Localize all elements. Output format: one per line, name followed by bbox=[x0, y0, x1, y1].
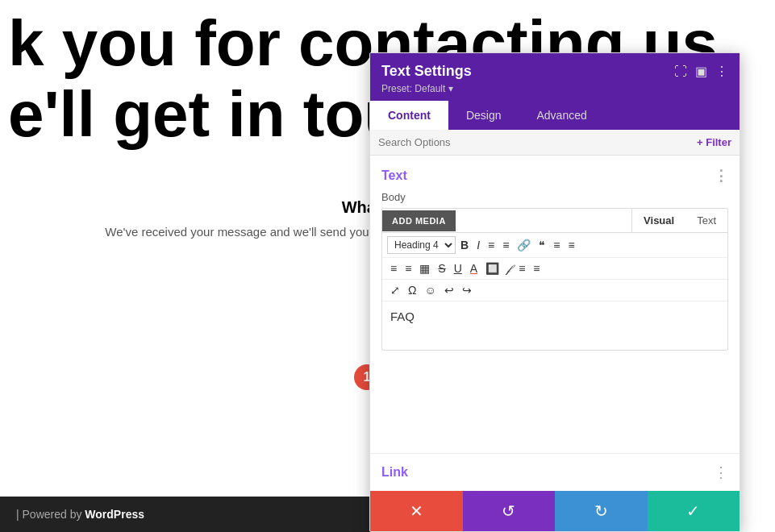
cancel-button[interactable]: ✕ bbox=[370, 491, 463, 531]
link-section: Link ⋮ bbox=[370, 453, 740, 491]
toolbar-row-2: ≡ ≡ ▦ S U A 🔲 𝒻 ≡ ≡ bbox=[382, 258, 727, 280]
editor-area: ADD MEDIA Visual Text Heading 4 B I ≡ ≡ … bbox=[381, 208, 728, 351]
special-char-button[interactable]: Ω bbox=[405, 283, 419, 297]
text-tab[interactable]: Text bbox=[685, 209, 727, 232]
panel-tabs: Content Design Advanced bbox=[370, 101, 740, 130]
paste-button[interactable]: 🔲 bbox=[482, 261, 502, 276]
outdent-button[interactable]: ≡ bbox=[530, 261, 543, 276]
text-section-title: Text bbox=[381, 168, 407, 183]
text-section-more-icon[interactable]: ⋮ bbox=[714, 167, 728, 185]
save-button[interactable]: ✓ bbox=[648, 491, 740, 531]
body-label: Body bbox=[381, 191, 728, 203]
blockquote-button[interactable]: ❝ bbox=[535, 238, 548, 252]
editor-top-bar: ADD MEDIA Visual Text bbox=[382, 209, 727, 233]
redo-editor-button[interactable]: ↪ bbox=[459, 283, 475, 297]
indent-button[interactable]: ≡ bbox=[515, 261, 528, 276]
link-section-title: Link bbox=[381, 465, 408, 480]
underline-button[interactable]: U bbox=[451, 261, 465, 276]
ordered-list-button[interactable]: ≡ bbox=[499, 238, 512, 252]
tab-content[interactable]: Content bbox=[370, 101, 448, 130]
split-icon[interactable]: ▣ bbox=[695, 64, 707, 79]
link-button[interactable]: 🔗 bbox=[514, 238, 534, 252]
panel-header: Text Settings ⛶ ▣ ⋮ Preset: Default bbox=[370, 53, 740, 101]
visual-text-tabs: Visual Text bbox=[631, 209, 727, 232]
redo-button[interactable]: ↻ bbox=[555, 491, 648, 531]
toolbar-row-1: Heading 4 B I ≡ ≡ 🔗 ❝ ≡ ≡ bbox=[382, 233, 727, 258]
more-icon[interactable]: ⋮ bbox=[715, 64, 728, 79]
tab-design[interactable]: Design bbox=[448, 101, 519, 130]
unordered-list-button[interactable]: ≡ bbox=[485, 238, 498, 252]
align-right-button[interactable]: ≡ bbox=[565, 238, 578, 252]
editor-content[interactable]: FAQ bbox=[382, 301, 727, 350]
filter-button[interactable]: + Filter bbox=[697, 136, 731, 148]
text-section-header: Text ⋮ bbox=[381, 167, 728, 185]
panel-header-top: Text Settings ⛶ ▣ ⋮ bbox=[381, 63, 728, 80]
expand-icon[interactable]: ⛶ bbox=[674, 64, 687, 79]
fullscreen-button[interactable]: ⤢ bbox=[387, 283, 403, 297]
visual-tab[interactable]: Visual bbox=[632, 209, 685, 232]
panel-preset[interactable]: Preset: Default bbox=[381, 83, 728, 94]
link-section-more-icon[interactable]: ⋮ bbox=[714, 463, 728, 481]
align-left-button[interactable]: ≡ bbox=[550, 238, 563, 252]
italic-button[interactable]: I bbox=[473, 238, 483, 252]
text-settings-panel: Text Settings ⛶ ▣ ⋮ Preset: Default Cont… bbox=[369, 52, 740, 532]
table-button[interactable]: ▦ bbox=[416, 261, 433, 276]
emoji-button[interactable]: ☺ bbox=[421, 283, 439, 297]
panel-header-icons: ⛶ ▣ ⋮ bbox=[674, 64, 728, 79]
bottom-action-bar: ✕ ↺ ↻ ✓ bbox=[370, 491, 740, 531]
add-media-button[interactable]: ADD MEDIA bbox=[382, 210, 456, 231]
panel-title: Text Settings bbox=[381, 63, 472, 80]
search-input[interactable] bbox=[378, 136, 697, 148]
strikethrough-button[interactable]: S bbox=[435, 261, 448, 276]
justify-button[interactable]: ≡ bbox=[402, 261, 415, 276]
search-bar: + Filter bbox=[370, 130, 740, 156]
heading-select[interactable]: Heading 4 bbox=[387, 236, 456, 254]
panel-body: Text ⋮ Body ADD MEDIA Visual Text Headin… bbox=[370, 156, 740, 453]
format-button[interactable]: 𝒻 bbox=[504, 261, 514, 276]
tab-advanced[interactable]: Advanced bbox=[519, 101, 604, 130]
page-footer: | Powered by WordPress bbox=[0, 497, 371, 532]
editor-faq-text: FAQ bbox=[390, 310, 415, 323]
bold-button[interactable]: B bbox=[457, 238, 472, 252]
undo-button[interactable]: ↺ bbox=[463, 491, 556, 531]
toolbar-row-3: ⤢ Ω ☺ ↩ ↪ bbox=[382, 280, 727, 301]
align-center-button[interactable]: ≡ bbox=[387, 261, 400, 276]
font-color-button[interactable]: A bbox=[467, 261, 481, 276]
undo-editor-button[interactable]: ↩ bbox=[441, 283, 457, 297]
